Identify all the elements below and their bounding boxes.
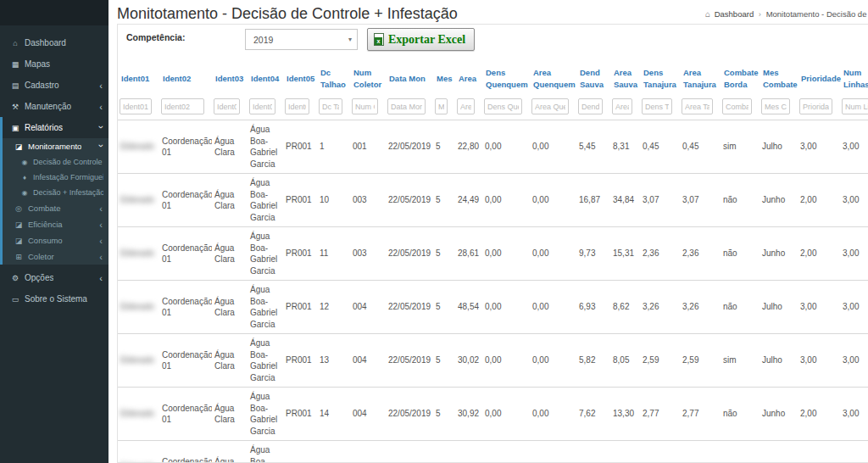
column-filter-input[interactable] [457, 98, 475, 114]
filter-cell [248, 97, 283, 120]
sidebar-item-combate[interactable]: ◎Combate‹ [0, 200, 108, 216]
column-filter-input[interactable] [319, 98, 342, 114]
column-header[interactable]: Area Quenquem [530, 62, 576, 97]
column-filter-input[interactable] [285, 98, 309, 114]
column-filter-input[interactable] [722, 98, 752, 114]
column-filter-input[interactable] [214, 98, 240, 114]
column-header[interactable]: Dend Sauva [576, 62, 610, 97]
table-cell: PR001 [283, 281, 317, 334]
column-header[interactable]: Dens Tanajura [640, 62, 680, 97]
column-filter-input[interactable] [249, 98, 275, 114]
column-header[interactable]: Prioridade [798, 62, 840, 97]
table-cell: 2,00 [798, 227, 840, 281]
table-cell: 2,36 [640, 227, 680, 281]
column-filter-input[interactable] [842, 98, 868, 114]
sidebar-item-eficiencia[interactable]: ◪Eficiência‹ [0, 216, 108, 232]
sidebar-item-label: Infestação Formigueiros [33, 173, 103, 181]
sidebar-item-monitoramento[interactable]: ◪Monitoramento‹ [0, 138, 108, 154]
sidebar-item-infestacao-formigueiros[interactable]: ♦Infestação Formigueiros [0, 170, 108, 185]
column-header[interactable]: Num Coletor [350, 62, 386, 97]
table-cell: 0,00 [530, 441, 576, 463]
column-filter-input[interactable] [682, 98, 713, 114]
sidebar-item-decisao-infestacao[interactable]: ◉Decisão + Infestação [0, 185, 108, 200]
sidebar-item-opcoes[interactable]: ⚙Opções‹ [0, 267, 108, 288]
table-cell: 12 [317, 281, 350, 334]
filter-cell [530, 97, 576, 120]
column-filter-input[interactable] [761, 98, 790, 114]
table-cell: 003 [350, 227, 386, 281]
filter-cell [386, 97, 433, 120]
table-cell: Água Clara [212, 441, 248, 463]
table-header-row: Ident01Ident02Ident03Ident04Ident05Dc Ta… [118, 62, 868, 97]
sidebar-item-label: Consumo [28, 236, 63, 245]
column-header[interactable]: Combate Borda [721, 62, 760, 97]
column-filter-input[interactable] [120, 98, 152, 114]
column-header[interactable]: Area [455, 62, 482, 97]
column-filter-input[interactable] [578, 98, 603, 114]
column-filter-input[interactable] [484, 98, 522, 114]
table-grid-icon: ▤ [9, 81, 21, 90]
column-filter-input[interactable] [161, 98, 204, 114]
column-header[interactable]: Ident01 [118, 62, 159, 97]
target-icon: ◎ [13, 204, 25, 213]
wrench-icon: ⚒ [9, 103, 21, 111]
table-cell: Eldorado [118, 334, 159, 388]
column-header[interactable]: Area Tanajura [680, 62, 721, 97]
table-cell: 3,34 [680, 441, 721, 463]
sidebar-item-manutencao[interactable]: ⚒Manutenção‹ [0, 96, 108, 117]
table-cell: 24,49 [455, 174, 482, 227]
sidebar-item-dashboard[interactable]: ⌂Dashboard [0, 32, 108, 53]
sidebar-item-label: Eficiência [28, 220, 63, 229]
table-cell: 0,45 [640, 120, 680, 174]
column-header[interactable]: Area Sauva [610, 62, 640, 97]
column-filter-input[interactable] [612, 98, 632, 114]
table-row: EldoradoCoordenação 01Água ClaraÁgua Boa… [118, 174, 868, 227]
home-icon: ⌂ [705, 9, 710, 19]
column-header[interactable]: Dens Quenquem [482, 62, 530, 97]
table-cell: 0,00 [482, 120, 530, 174]
sidebar-item-mapas[interactable]: ▦Mapas [0, 53, 108, 75]
column-header[interactable]: Mes Combate [760, 62, 798, 97]
sidebar-item-cadastro[interactable]: ▤Cadastro‹ [0, 75, 108, 96]
table-cell: Coordenação 01 [159, 174, 212, 227]
competencia-select[interactable]: 2019 ▾ [245, 29, 358, 50]
table-cell: Água Clara [212, 281, 248, 334]
column-filter-input[interactable] [531, 98, 569, 114]
column-filter-input[interactable] [352, 98, 378, 114]
table-cell: não [721, 174, 760, 227]
column-header[interactable]: Num Linhas/Op [840, 62, 868, 97]
column-header[interactable]: Ident05 [283, 62, 317, 97]
filter-cell [680, 97, 721, 120]
filter-cell [118, 97, 159, 120]
column-filter-input[interactable] [642, 98, 672, 114]
table-cell: 0,45 [680, 120, 721, 174]
table-cell: Eldorado [118, 388, 159, 441]
column-header[interactable]: Data Mon [386, 62, 433, 97]
sidebar-item-consumo[interactable]: ◪Consumo‹ [0, 232, 108, 248]
column-header[interactable]: Dc Talhao [317, 62, 350, 97]
column-filter-input[interactable] [799, 98, 832, 114]
sidebar-item-sobre-o-sistema[interactable]: ▭Sobre o Sistema [0, 288, 108, 310]
table-cell: 0,00 [482, 334, 530, 388]
table-filter-row [118, 97, 868, 120]
column-header[interactable]: Mes [433, 62, 455, 97]
table-cell: 6,93 [576, 281, 610, 334]
column-filter-input[interactable] [435, 98, 448, 114]
column-header[interactable]: Ident04 [248, 62, 283, 97]
sidebar-item-decisao-de-controle[interactable]: ◉Decisão de Controle [0, 154, 108, 170]
sidebar-item-relatorios[interactable]: ▣Relatórios‹ [0, 117, 108, 138]
column-header[interactable]: Ident03 [212, 62, 248, 97]
table-cell: Água Clara [212, 227, 248, 281]
breadcrumb-dashboard-link[interactable]: Dashboard [715, 9, 754, 19]
table-cell: 28,61 [455, 227, 482, 281]
table-cell: Junho [760, 441, 798, 463]
table-cell: 30,92 [455, 388, 482, 441]
column-header[interactable]: Ident02 [159, 62, 212, 97]
table-cell: 15,31 [610, 227, 640, 281]
column-filter-input[interactable] [387, 98, 426, 114]
sidebar-item-coletor[interactable]: ⊞Coletor‹ [0, 248, 108, 265]
table-cell: Água Clara [212, 120, 248, 174]
main-content: Monitotamento - Decisão de Controle + In… [108, 0, 868, 463]
export-excel-button[interactable]: x Exportar Excel [367, 28, 475, 51]
table-cell: 3,00 [840, 441, 868, 463]
